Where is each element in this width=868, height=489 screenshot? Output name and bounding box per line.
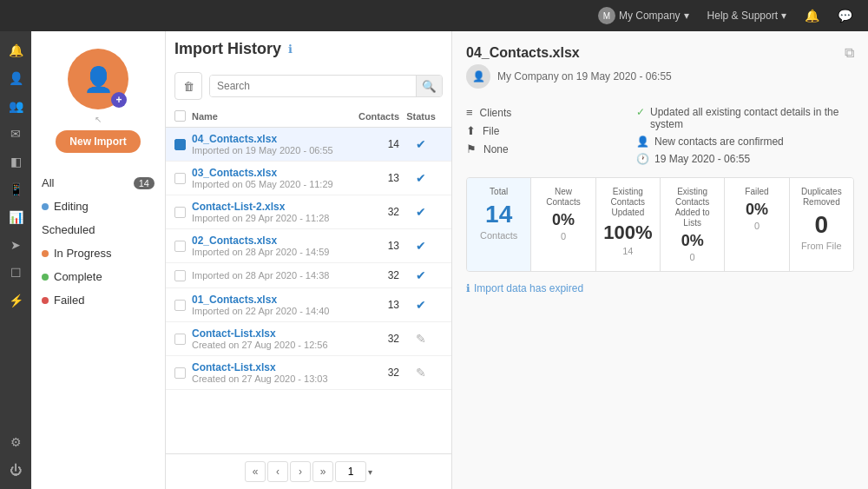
topbar: M My Company ▾ Help & Support ▾ 🔔 💬 [0, 0, 868, 31]
notifications-btn[interactable]: 🔔 [798, 5, 826, 26]
filter-complete[interactable]: Complete [31, 265, 165, 288]
row-checkbox[interactable] [174, 270, 186, 281]
check-icon: ✓ [636, 106, 645, 130]
filter-in-progress-label: In Progress [54, 247, 111, 260]
last-page-button[interactable]: » [312, 461, 333, 482]
row-date: Imported on 29 Apr 2020 - 11:28 [192, 213, 343, 223]
status-complete-icon: ✔ [416, 268, 426, 282]
row-checkbox[interactable] [174, 367, 186, 379]
delete-button[interactable]: 🗑 [174, 72, 202, 100]
stat-total-label: Total [474, 187, 523, 197]
row-date: Imported on 19 May 2020 - 06:55 [192, 145, 343, 155]
row-filename: 01_Contacts.xlsx [192, 294, 343, 306]
first-page-button[interactable]: « [245, 461, 266, 482]
company-menu[interactable]: M My Company ▾ [591, 3, 696, 28]
layers-icon[interactable]: ◧ [3, 149, 28, 174]
row-filename: Contact-List.xlsx [192, 327, 343, 340]
contacts-icon[interactable]: 👥 [3, 94, 28, 118]
stat-duplicates: Duplicates Removed 0 From File [790, 178, 853, 271]
row-contacts: 13 [343, 299, 399, 311]
send-icon[interactable]: ➤ [3, 233, 28, 257]
status-complete-icon: ✔ [416, 298, 426, 312]
row-checkbox[interactable] [174, 241, 186, 252]
info-note[interactable]: ℹ Import data has expired [466, 282, 854, 294]
table-row[interactable]: 01_Contacts.xlsx Imported on 22 Apr 2020… [166, 288, 451, 322]
stat-duplicates-label: Duplicates Removed [797, 187, 846, 208]
user-icon[interactable]: 👤 [3, 66, 28, 90]
add-avatar-icon: + [111, 92, 127, 108]
row-contacts: 32 [343, 269, 399, 281]
row-date: Imported on 28 Apr 2020 - 14:38 [192, 270, 343, 281]
stat-existing-updated-sub: 14 [603, 246, 653, 256]
list-toolbar: 🗑 🔍 [166, 67, 451, 105]
status-edit-icon: ✎ [416, 366, 426, 380]
prev-page-button[interactable]: ‹ [267, 461, 288, 482]
help-menu[interactable]: Help & Support ▾ [700, 6, 793, 25]
page-number-input[interactable] [335, 461, 366, 482]
detail-panel: 04_Contacts.xlsx 👤 My Company on 19 May … [452, 31, 868, 489]
person-icon: 👤 [636, 135, 649, 148]
detail-meta: 👤 My Company on 19 May 2020 - 06:55 [466, 64, 672, 89]
stat-existing-updated: Existing Contacts Updated 100% 14 [596, 178, 661, 271]
stat-new-sub: 0 [538, 231, 588, 241]
sidebar-icons: 🔔 👤 👥 ✉ ◧ 📱 📊 ➤ ☐ ⚡ ⚙ ⏻ [0, 31, 31, 489]
mobile-icon[interactable]: 📱 [3, 177, 28, 202]
info-note-text: Import data has expired [474, 282, 583, 294]
search-button[interactable]: 🔍 [416, 76, 442, 96]
filter-scheduled[interactable]: Scheduled [31, 218, 165, 241]
row-checkbox[interactable] [174, 334, 186, 345]
row-checkbox[interactable] [174, 207, 186, 218]
row-checkbox[interactable] [174, 139, 186, 150]
stat-new-contacts: New Contacts 0% 0 [531, 178, 595, 271]
table-row[interactable]: Imported on 28 Apr 2020 - 14:38 32 ✔ [166, 263, 451, 288]
avatar-area: 👤 + ↖ New Import [31, 40, 165, 167]
box-icon[interactable]: ☐ [3, 261, 28, 285]
search-input[interactable] [210, 76, 416, 96]
left-panel: 👤 + ↖ New Import All 14 Editing S [31, 31, 166, 489]
table-row[interactable]: Contact-List.xlsx Created on 27 Aug 2020… [166, 322, 451, 356]
detail-filename: 04_Contacts.xlsx [466, 45, 672, 61]
power-icon[interactable]: ⏻ [3, 458, 28, 482]
filter-editing[interactable]: Editing [31, 195, 165, 218]
table-row[interactable]: 02_Contacts.xlsx Imported on 28 Apr 2020… [166, 229, 451, 263]
status-complete-icon: ✔ [416, 239, 426, 253]
row-contacts: 32 [343, 367, 399, 379]
filter-all[interactable]: All 14 [31, 171, 165, 195]
row-filename: 04_Contacts.xlsx [192, 133, 343, 145]
pagination: « ‹ › » ▾ [166, 453, 451, 489]
cursor-indicator: ↖ [95, 115, 102, 122]
filter-failed[interactable]: Failed [31, 288, 165, 312]
editing-dot [42, 203, 49, 210]
table-row[interactable]: 04_Contacts.xlsx Imported on 19 May 2020… [166, 128, 451, 162]
next-page-button[interactable]: › [290, 461, 311, 482]
status-complete-icon: ✔ [416, 205, 426, 219]
table-row[interactable]: Contact-List-2.xlsx Imported on 29 Apr 2… [166, 195, 451, 229]
copy-icon[interactable]: ⧉ [845, 45, 854, 61]
stat-failed-sub: 0 [732, 221, 781, 231]
chat-btn[interactable]: 💬 [831, 5, 859, 26]
row-date: Imported on 05 May 2020 - 11:29 [192, 179, 343, 189]
company-label: My Company [619, 10, 681, 22]
new-import-button[interactable]: New Import [56, 130, 140, 153]
avatar[interactable]: 👤 + [68, 49, 128, 109]
select-all-checkbox[interactable] [174, 110, 186, 122]
row-contacts: 14 [343, 138, 399, 150]
list-header: Import History ℹ [166, 31, 451, 67]
table-row[interactable]: 03_Contacts.xlsx Imported on 05 May 2020… [166, 162, 451, 195]
stat-failed-value: 0% [732, 201, 781, 219]
bell-icon[interactable]: 🔔 [3, 38, 28, 63]
bolt-icon[interactable]: ⚡ [3, 288, 28, 313]
filter-in-progress[interactable]: In Progress [31, 241, 165, 265]
row-checkbox[interactable] [174, 173, 186, 184]
table-row[interactable]: Contact-List.xlsx Created on 27 Aug 2020… [166, 356, 451, 390]
stat-duplicates-value: 0 [797, 211, 846, 239]
in-progress-dot [42, 250, 49, 257]
chart-icon[interactable]: 📊 [3, 205, 28, 229]
info-circle-icon: ℹ [466, 282, 470, 294]
gear-icon[interactable]: ⚙ [3, 430, 28, 454]
help-circle-icon[interactable]: ℹ [288, 43, 293, 56]
detail-note-1: Updated all existing contact details in … [650, 106, 854, 130]
detail-company-avatar: 👤 [466, 64, 490, 89]
row-checkbox[interactable] [174, 300, 186, 311]
email-icon[interactable]: ✉ [3, 122, 28, 146]
